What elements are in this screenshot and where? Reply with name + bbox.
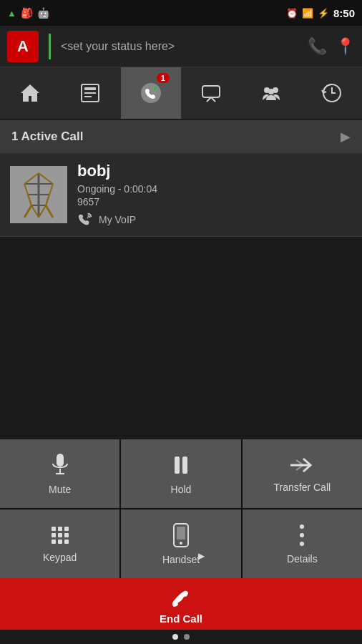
end-call-label: End Call [160,613,202,625]
dot-2 [184,634,190,640]
svg-rect-28 [57,454,64,467]
history-icon [321,82,343,104]
svg-point-48 [300,525,304,529]
hold-label: Hold [171,484,192,495]
tower-icon [10,166,67,223]
pagination-dots [0,630,362,644]
svg-rect-41 [64,533,69,537]
nav-tabs: 1 [0,67,362,119]
home-icon [19,82,41,104]
mute-label: Mute [49,484,71,495]
status-bar: ▲ 🎒 🤖 ⏰ 📶 ⚡ 8:50 [0,0,362,26]
main-content: 1 Active Call ▶ [0,119,362,644]
tab-calls[interactable]: 1 [121,67,181,119]
top-bar-icons: 📞 📍 [308,37,355,56]
transfer-call-button[interactable]: Transfer Call [243,439,362,508]
voip-icon[interactable]: 📞 [308,37,327,56]
keypad-icon [49,525,71,546]
active-calls-label: 1 Active Call [11,130,83,144]
via-label: My VoIP [99,214,136,225]
end-call-button[interactable]: End Call [0,578,362,630]
tab-home[interactable] [0,67,60,119]
call-item[interactable]: bobj Ongoing - 0:00:04 9657 My VoIP [0,153,362,237]
app-logo: A [7,31,39,62]
svg-rect-7 [202,86,220,97]
alarm-icon: ⏰ [286,8,298,19]
handset-label: Handset [162,554,200,565]
call-via: My VoIP [77,212,352,228]
status-bar-left: ▲ 🎒 🤖 [7,7,49,19]
group-icon [260,82,283,104]
call-info: bobj Ongoing - 0:00:04 9657 My VoIP [77,162,352,228]
calls-icon [140,82,162,104]
signal-icon: 📶 [302,8,313,19]
svg-rect-2 [84,92,96,94]
caller-name: bobj [77,162,352,180]
details-button[interactable]: Details [243,509,362,578]
handset-icon [171,522,191,548]
svg-point-49 [300,533,304,537]
svg-rect-1 [84,87,96,90]
svg-point-4 [141,83,161,103]
svg-point-10 [268,89,274,94]
content-spacer [0,237,362,439]
svg-rect-46 [177,527,185,540]
handset-button[interactable]: ▶ Handset [121,509,240,578]
svg-rect-40 [58,533,62,537]
keypad-label: Keypad [43,552,77,563]
caller-avatar [10,166,67,223]
svg-rect-31 [175,457,180,474]
svg-point-47 [180,542,182,545]
mute-icon [49,452,71,478]
hold-icon [170,452,192,478]
svg-rect-36 [52,527,56,531]
top-bar: A <set your status here> 📞 📍 [0,26,362,67]
action-grid: Mute Hold Transfer Call [0,439,362,578]
details-label: Details [287,553,318,565]
contacts-icon [79,82,102,104]
svg-rect-39 [52,533,56,537]
dot-1 [172,634,178,640]
mute-button[interactable]: Mute [0,439,119,508]
svg-rect-44 [64,540,69,544]
chevron-icon: ▶ [341,129,351,145]
transfer-icon [289,454,315,476]
transfer-label: Transfer Call [274,482,331,493]
svg-point-27 [87,217,89,218]
svg-rect-42 [52,540,56,544]
svg-point-50 [300,542,304,546]
bag-icon: 🎒 [21,7,33,19]
signal-overlay: ▶ [198,551,205,561]
active-calls-header: 1 Active Call ▶ [0,120,362,153]
svg-rect-37 [58,527,62,531]
call-status: Ongoing - 0:00:04 [77,183,352,195]
location-icon[interactable]: 📍 [336,37,355,56]
calls-badge: 1 [157,73,170,83]
details-icon [298,523,306,547]
svg-rect-38 [64,527,69,531]
end-call-icon [168,584,194,610]
messages-icon [200,82,222,104]
call-number: 9657 [77,196,352,208]
keypad-button[interactable]: Keypad [0,509,119,578]
status-text[interactable]: <set your status here> [61,40,300,53]
triangle-icon: ▲ [7,8,16,19]
android-icon: 🤖 [37,7,49,19]
svg-rect-32 [182,457,187,474]
tab-group[interactable] [241,67,301,119]
svg-rect-43 [58,540,62,544]
voip-call-icon [77,212,93,228]
tab-history[interactable] [302,67,362,119]
time-display: 8:50 [333,7,355,19]
status-divider [49,34,51,59]
status-bar-right: ⏰ 📶 ⚡ 8:50 [286,7,355,19]
battery-icon: ⚡ [318,8,329,19]
tab-messages[interactable] [181,67,241,119]
hold-button[interactable]: Hold [121,439,240,508]
svg-rect-3 [84,96,92,97]
tab-contacts[interactable] [60,67,120,119]
